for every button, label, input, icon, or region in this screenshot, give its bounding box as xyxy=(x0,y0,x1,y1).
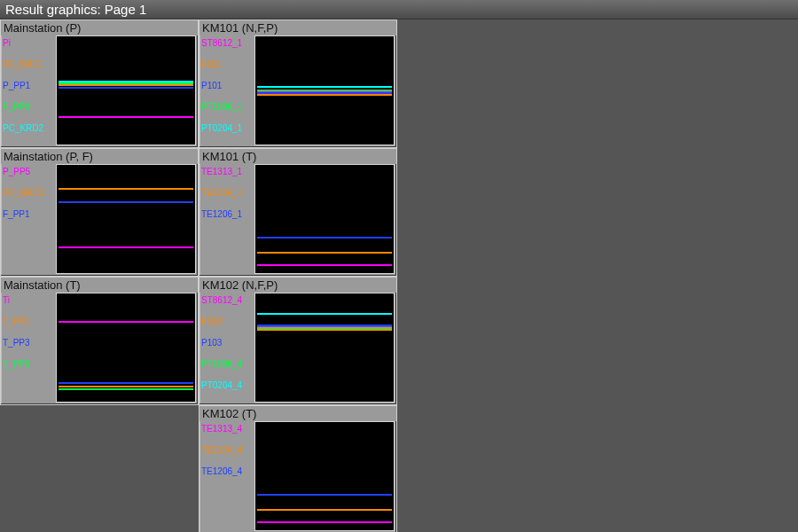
legend-item: PT1006_1 xyxy=(201,103,253,112)
legend: ST8612_1F101P101PT1006_1PT0204_1 xyxy=(201,35,253,145)
legend-item: PC_KRD2 xyxy=(3,124,54,133)
p-km101-nfp[interactable]: KM101 (N,F,P)ST8612_1F101P101PT1006_1PT0… xyxy=(199,20,397,148)
legend: TE1313_1TE1314_1TE1206_1 xyxy=(201,164,253,274)
trace-line xyxy=(257,521,392,523)
legend-item: TE1313_1 xyxy=(201,168,253,176)
trace-line xyxy=(257,90,392,91)
legend-item: P_PP3 xyxy=(3,103,54,112)
legend-item: F103 xyxy=(201,317,253,326)
legend-item: TE1206_4 xyxy=(201,467,253,476)
panel-title: Mainstation (T) xyxy=(1,278,198,293)
legend: PiPC_KRD1P_PP1P_PP3PC_KRD2 xyxy=(3,35,54,145)
trace-line xyxy=(59,87,193,89)
panel-body: ST8612_1F101P101PT1006_1PT0204_1 xyxy=(200,35,396,147)
legend: P_PP5PC_KRD3F_PP1 xyxy=(3,164,54,274)
legend-item: P101 xyxy=(201,82,253,90)
plot-area[interactable] xyxy=(254,164,395,274)
plot-area[interactable] xyxy=(254,421,395,531)
panel-title: KM101 (T) xyxy=(200,149,396,164)
trace-line xyxy=(257,264,392,266)
p-km101-t[interactable]: KM101 (T)TE1313_1TE1314_1TE1206_1 xyxy=(199,148,397,277)
plot-area[interactable] xyxy=(56,35,196,145)
legend-item: TE1313_4 xyxy=(201,425,253,434)
trace-line xyxy=(59,82,193,84)
legend-item: T_PP3 xyxy=(3,339,54,348)
legend-item: TE1314_1 xyxy=(201,189,253,198)
trace-line xyxy=(59,201,193,203)
p-mainstation-t[interactable]: Mainstation (T)TiT_PP1T_PP3T_PP5 xyxy=(0,277,199,405)
trace-line xyxy=(59,81,193,82)
workspace: Mainstation (P)PiPC_KRD1P_PP1P_PP3PC_KRD… xyxy=(0,20,798,532)
trace-line xyxy=(257,509,392,511)
panel-title: KM101 (N,F,P) xyxy=(200,20,396,35)
panel-body: TE1313_4TE1314_4TE1206_4 xyxy=(200,421,396,532)
window-title: Result graphics: Page 1 xyxy=(5,2,146,17)
trace-line xyxy=(59,388,193,390)
panel-title: Mainstation (P) xyxy=(1,20,198,35)
legend-item: P_PP1 xyxy=(3,82,54,90)
trace-line xyxy=(59,246,193,248)
panel-body: P_PP5PC_KRD3F_PP1 xyxy=(1,164,198,276)
plot-area[interactable] xyxy=(56,293,196,403)
legend-item: Ti xyxy=(3,296,54,305)
panel-title: Mainstation (P, F) xyxy=(1,149,198,164)
trace-line xyxy=(59,116,193,118)
legend-item: T_PP5 xyxy=(3,360,54,369)
legend: ST8612_4F103P103PT1006_4PT0204_4 xyxy=(201,293,253,403)
legend-item: ST8612_1 xyxy=(201,39,253,48)
panel-body: TE1313_1TE1314_1TE1206_1 xyxy=(200,164,396,276)
legend-item: TE1314_4 xyxy=(201,446,253,455)
p-mainstation-pf[interactable]: Mainstation (P, F)P_PP5PC_KRD3F_PP1 xyxy=(0,148,199,277)
legend-item: P103 xyxy=(201,339,253,348)
legend: TiT_PP1T_PP3T_PP5 xyxy=(3,293,54,403)
legend: TE1313_4TE1314_4TE1206_4 xyxy=(201,421,253,531)
legend-item: ST8612_4 xyxy=(201,296,253,305)
legend-item: P_PP5 xyxy=(3,168,54,176)
p-km102-nfp[interactable]: KM102 (N,F,P)ST8612_4F103P103PT1006_4PT0… xyxy=(199,277,397,405)
p-mainstation-p[interactable]: Mainstation (P)PiPC_KRD1P_PP1P_PP3PC_KRD… xyxy=(0,20,199,148)
legend-item: PT0204_1 xyxy=(201,124,253,133)
plot-area[interactable] xyxy=(254,35,395,145)
window-titlebar: Result graphics: Page 1 xyxy=(0,0,798,20)
panel-body: ST8612_4F103P103PT1006_4PT0204_4 xyxy=(200,293,396,404)
trace-line xyxy=(59,321,193,323)
panel-title: KM102 (T) xyxy=(200,406,396,421)
legend-item: F_PP1 xyxy=(3,210,54,219)
legend-item: Pi xyxy=(3,39,54,48)
legend-item: PC_KRD3 xyxy=(3,189,54,198)
legend-item: PC_KRD1 xyxy=(3,60,54,69)
trace-line xyxy=(257,92,392,94)
legend-item: T_PP1 xyxy=(3,317,54,326)
trace-line xyxy=(257,313,392,315)
panel-body: TiT_PP1T_PP3T_PP5 xyxy=(1,293,198,404)
trace-line xyxy=(257,329,392,331)
trace-line xyxy=(59,386,193,387)
legend-item: PT0204_4 xyxy=(201,381,253,390)
trace-line xyxy=(59,188,193,190)
trace-line xyxy=(257,86,392,88)
trace-line xyxy=(59,382,193,384)
panel-body: PiPC_KRD1P_PP1P_PP3PC_KRD2 xyxy=(1,35,198,147)
trace-line xyxy=(257,252,392,254)
p-km102-t[interactable]: KM102 (T)TE1313_4TE1314_4TE1206_4 xyxy=(199,405,397,532)
trace-line xyxy=(257,327,392,329)
plot-area[interactable] xyxy=(56,164,196,274)
panel-title: KM102 (N,F,P) xyxy=(200,278,396,293)
legend-item: TE1206_1 xyxy=(201,210,253,219)
trace-line xyxy=(257,237,392,239)
legend-item: PT1006_4 xyxy=(201,360,253,369)
plot-area[interactable] xyxy=(254,293,395,403)
trace-line xyxy=(257,494,392,496)
legend-item: F101 xyxy=(201,60,253,69)
